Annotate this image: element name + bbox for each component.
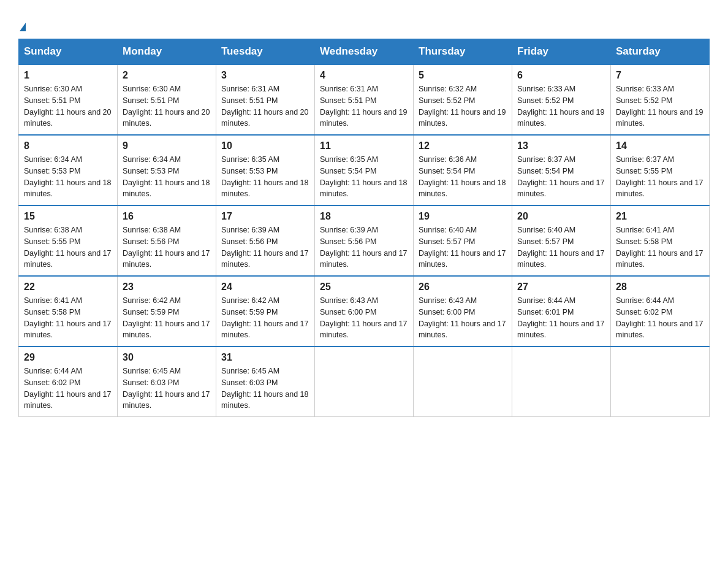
calendar-day-cell: 15Sunrise: 6:38 AMSunset: 5:55 PMDayligh… (19, 205, 118, 276)
weekday-header-tuesday: Tuesday (216, 39, 315, 65)
calendar-day-cell: 6Sunrise: 6:33 AMSunset: 5:52 PMDaylight… (512, 64, 611, 135)
day-sun-info: Sunrise: 6:43 AMSunset: 6:00 PMDaylight:… (320, 295, 408, 341)
day-sun-info: Sunrise: 6:33 AMSunset: 5:52 PMDaylight:… (517, 83, 605, 129)
calendar-day-cell: 8Sunrise: 6:34 AMSunset: 5:53 PMDaylight… (19, 135, 118, 205)
day-sun-info: Sunrise: 6:30 AMSunset: 5:51 PMDaylight:… (24, 83, 112, 129)
day-number: 3 (221, 70, 309, 81)
calendar-day-cell (315, 347, 414, 417)
calendar-day-cell: 3Sunrise: 6:31 AMSunset: 5:51 PMDaylight… (216, 64, 315, 135)
day-sun-info: Sunrise: 6:39 AMSunset: 5:56 PMDaylight:… (221, 224, 309, 270)
day-sun-info: Sunrise: 6:40 AMSunset: 5:57 PMDaylight:… (419, 224, 507, 270)
calendar-day-cell: 26Sunrise: 6:43 AMSunset: 6:00 PMDayligh… (414, 276, 512, 347)
day-number: 11 (320, 140, 408, 151)
day-number: 16 (123, 211, 211, 222)
calendar-day-cell: 31Sunrise: 6:45 AMSunset: 6:03 PMDayligh… (216, 347, 315, 417)
calendar-day-cell: 4Sunrise: 6:31 AMSunset: 5:51 PMDaylight… (315, 64, 414, 135)
calendar-week-row: 22Sunrise: 6:41 AMSunset: 5:58 PMDayligh… (19, 276, 710, 347)
day-number: 12 (419, 140, 507, 151)
day-number: 18 (320, 211, 408, 222)
logo (18, 12, 26, 33)
day-sun-info: Sunrise: 6:31 AMSunset: 5:51 PMDaylight:… (320, 83, 408, 129)
day-sun-info: Sunrise: 6:42 AMSunset: 5:59 PMDaylight:… (123, 295, 211, 341)
calendar-day-cell: 11Sunrise: 6:35 AMSunset: 5:54 PMDayligh… (315, 135, 414, 205)
calendar-week-row: 1Sunrise: 6:30 AMSunset: 5:51 PMDaylight… (19, 64, 710, 135)
day-number: 25 (320, 282, 408, 293)
calendar-day-cell (611, 347, 710, 417)
weekday-header-saturday: Saturday (611, 39, 710, 65)
day-number: 10 (221, 140, 309, 151)
calendar-day-cell: 10Sunrise: 6:35 AMSunset: 5:53 PMDayligh… (216, 135, 315, 205)
calendar-day-cell: 25Sunrise: 6:43 AMSunset: 6:00 PMDayligh… (315, 276, 414, 347)
day-sun-info: Sunrise: 6:44 AMSunset: 6:02 PMDaylight:… (24, 366, 112, 412)
calendar-day-cell: 21Sunrise: 6:41 AMSunset: 5:58 PMDayligh… (611, 205, 710, 276)
weekday-header-sunday: Sunday (19, 39, 118, 65)
day-number: 26 (419, 282, 507, 293)
calendar-day-cell: 14Sunrise: 6:37 AMSunset: 5:55 PMDayligh… (611, 135, 710, 205)
day-number: 21 (616, 211, 704, 222)
day-sun-info: Sunrise: 6:43 AMSunset: 6:00 PMDaylight:… (419, 295, 507, 341)
day-sun-info: Sunrise: 6:39 AMSunset: 5:56 PMDaylight:… (320, 224, 408, 270)
day-number: 5 (419, 70, 507, 81)
day-number: 28 (616, 282, 704, 293)
calendar-week-row: 15Sunrise: 6:38 AMSunset: 5:55 PMDayligh… (19, 205, 710, 276)
day-sun-info: Sunrise: 6:35 AMSunset: 5:53 PMDaylight:… (221, 154, 309, 200)
day-sun-info: Sunrise: 6:40 AMSunset: 5:57 PMDaylight:… (517, 224, 605, 270)
day-number: 7 (616, 70, 704, 81)
calendar-day-cell: 30Sunrise: 6:45 AMSunset: 6:03 PMDayligh… (118, 347, 216, 417)
calendar-day-cell: 1Sunrise: 6:30 AMSunset: 5:51 PMDaylight… (19, 64, 118, 135)
day-sun-info: Sunrise: 6:44 AMSunset: 6:01 PMDaylight:… (517, 295, 605, 341)
calendar-day-cell: 7Sunrise: 6:33 AMSunset: 5:52 PMDaylight… (611, 64, 710, 135)
calendar-day-cell: 27Sunrise: 6:44 AMSunset: 6:01 PMDayligh… (512, 276, 611, 347)
calendar-day-cell: 24Sunrise: 6:42 AMSunset: 5:59 PMDayligh… (216, 276, 315, 347)
weekday-header-friday: Friday (512, 39, 611, 65)
day-number: 17 (221, 211, 309, 222)
day-sun-info: Sunrise: 6:41 AMSunset: 5:58 PMDaylight:… (24, 295, 112, 341)
day-sun-info: Sunrise: 6:37 AMSunset: 5:55 PMDaylight:… (616, 154, 704, 200)
day-number: 13 (517, 140, 605, 151)
day-sun-info: Sunrise: 6:38 AMSunset: 5:55 PMDaylight:… (24, 224, 112, 270)
logo-triangle-icon (20, 23, 26, 31)
day-sun-info: Sunrise: 6:42 AMSunset: 5:59 PMDaylight:… (221, 295, 309, 341)
day-number: 6 (517, 70, 605, 81)
calendar-week-row: 8Sunrise: 6:34 AMSunset: 5:53 PMDaylight… (19, 135, 710, 205)
day-sun-info: Sunrise: 6:45 AMSunset: 6:03 PMDaylight:… (123, 366, 211, 412)
day-sun-info: Sunrise: 6:34 AMSunset: 5:53 PMDaylight:… (24, 154, 112, 200)
logo-top (18, 15, 26, 33)
day-sun-info: Sunrise: 6:34 AMSunset: 5:53 PMDaylight:… (123, 154, 211, 200)
day-number: 2 (123, 70, 211, 81)
day-number: 30 (123, 352, 211, 363)
day-number: 8 (24, 140, 112, 151)
calendar-day-cell: 18Sunrise: 6:39 AMSunset: 5:56 PMDayligh… (315, 205, 414, 276)
day-sun-info: Sunrise: 6:30 AMSunset: 5:51 PMDaylight:… (123, 83, 211, 129)
day-sun-info: Sunrise: 6:36 AMSunset: 5:54 PMDaylight:… (419, 154, 507, 200)
day-sun-info: Sunrise: 6:33 AMSunset: 5:52 PMDaylight:… (616, 83, 704, 129)
calendar-day-cell: 19Sunrise: 6:40 AMSunset: 5:57 PMDayligh… (414, 205, 512, 276)
calendar-day-cell: 12Sunrise: 6:36 AMSunset: 5:54 PMDayligh… (414, 135, 512, 205)
calendar-day-cell: 5Sunrise: 6:32 AMSunset: 5:52 PMDaylight… (414, 64, 512, 135)
day-number: 31 (221, 352, 309, 363)
calendar-day-cell: 2Sunrise: 6:30 AMSunset: 5:51 PMDaylight… (118, 64, 216, 135)
calendar-table: SundayMondayTuesdayWednesdayThursdayFrid… (18, 39, 710, 417)
calendar-day-cell: 22Sunrise: 6:41 AMSunset: 5:58 PMDayligh… (19, 276, 118, 347)
day-sun-info: Sunrise: 6:45 AMSunset: 6:03 PMDaylight:… (221, 366, 309, 412)
day-number: 23 (123, 282, 211, 293)
day-number: 4 (320, 70, 408, 81)
day-number: 27 (517, 282, 605, 293)
day-number: 19 (419, 211, 507, 222)
weekday-header-monday: Monday (118, 39, 216, 65)
weekday-header-wednesday: Wednesday (315, 39, 414, 65)
calendar-day-cell: 20Sunrise: 6:40 AMSunset: 5:57 PMDayligh… (512, 205, 611, 276)
calendar-week-row: 29Sunrise: 6:44 AMSunset: 6:02 PMDayligh… (19, 347, 710, 417)
day-number: 24 (221, 282, 309, 293)
calendar-day-cell (512, 347, 611, 417)
calendar-day-cell: 29Sunrise: 6:44 AMSunset: 6:02 PMDayligh… (19, 347, 118, 417)
calendar-day-cell: 9Sunrise: 6:34 AMSunset: 5:53 PMDaylight… (118, 135, 216, 205)
day-sun-info: Sunrise: 6:41 AMSunset: 5:58 PMDaylight:… (616, 224, 704, 270)
day-number: 9 (123, 140, 211, 151)
day-number: 15 (24, 211, 112, 222)
calendar-day-cell: 17Sunrise: 6:39 AMSunset: 5:56 PMDayligh… (216, 205, 315, 276)
day-sun-info: Sunrise: 6:44 AMSunset: 6:02 PMDaylight:… (616, 295, 704, 341)
day-sun-info: Sunrise: 6:32 AMSunset: 5:52 PMDaylight:… (419, 83, 507, 129)
day-number: 29 (24, 352, 112, 363)
day-number: 1 (24, 70, 112, 81)
